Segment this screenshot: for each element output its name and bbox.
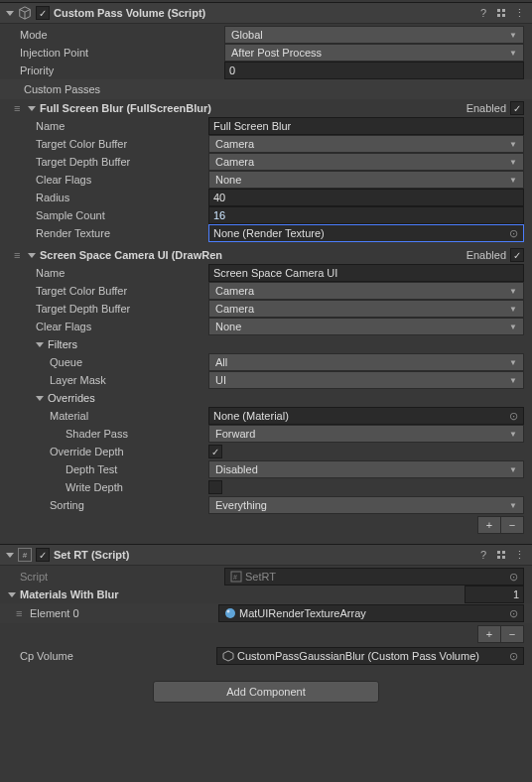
add-button[interactable]: +	[477, 516, 501, 534]
objectfield-script: # SetRT ⊙	[224, 568, 524, 586]
dropdown-depthtest[interactable]: Disabled▼	[208, 460, 524, 478]
remove-button[interactable]: −	[500, 625, 524, 643]
object-picker-icon[interactable]: ⊙	[505, 409, 521, 423]
svg-text:#: #	[233, 574, 237, 581]
dropdown-injection[interactable]: After Post Process▼	[224, 44, 524, 62]
object-picker-icon[interactable]: ⊙	[505, 570, 521, 584]
label: Sorting	[20, 499, 208, 511]
row-p2-tdb: Target Depth Buffer Camera▼	[0, 300, 532, 318]
drag-handle-icon[interactable]: ≡	[16, 607, 30, 619]
row-p2-queue: Queue All▼	[0, 353, 532, 371]
dropdown-tdb[interactable]: Camera▼	[208, 300, 524, 318]
label: Write Depth	[20, 481, 208, 493]
objectfield-rendertexture[interactable]: None (Render Texture) ⊙	[208, 224, 524, 242]
objectfield-element0[interactable]: MatUIRenderTextureArray ⊙	[218, 604, 524, 622]
foldout-overrides[interactable]: Overrides	[0, 389, 532, 407]
foldout-icon[interactable]	[4, 11, 16, 16]
enabled-checkbox[interactable]	[510, 101, 524, 115]
enable-checkbox[interactable]	[36, 548, 50, 562]
component-header-custom-pass[interactable]: Custom Pass Volume (Script)	[0, 2, 532, 24]
dropdown-layermask[interactable]: UI▼	[208, 371, 524, 389]
label: Target Depth Buffer	[20, 303, 208, 315]
label: Sample Count	[20, 209, 208, 221]
add-component-button[interactable]: Add Component	[153, 681, 379, 703]
row-p2-tcb: Target Color Buffer Camera▼	[0, 282, 532, 300]
remove-button[interactable]: −	[500, 516, 524, 534]
svg-rect-4	[497, 551, 500, 554]
dropdown-cf[interactable]: None▼	[208, 171, 524, 189]
checkbox-overridedepth[interactable]	[208, 445, 222, 458]
component-ref-icon	[221, 649, 235, 663]
label-materials: Materials With Blur	[20, 588, 465, 600]
foldout-filters[interactable]: Filters	[0, 335, 532, 353]
dropdown-tcb[interactable]: Camera▼	[208, 135, 524, 153]
input-samples[interactable]: 16	[208, 206, 524, 224]
label-mode: Mode	[20, 29, 224, 41]
enable-checkbox[interactable]	[36, 6, 50, 20]
object-picker-icon[interactable]: ⊙	[505, 606, 521, 620]
dropdown-tcb[interactable]: Camera▼	[208, 282, 524, 300]
row-p2-cf: Clear Flags None▼	[0, 318, 532, 335]
enabled-checkbox[interactable]	[510, 248, 524, 262]
drag-handle-icon[interactable]: ≡	[14, 102, 28, 114]
drag-handle-icon[interactable]: ≡	[14, 249, 28, 261]
object-picker-icon[interactable]: ⊙	[505, 649, 521, 663]
label: Override Depth	[20, 446, 208, 457]
svg-rect-7	[502, 556, 505, 559]
objectfield-cpvolume[interactable]: CustomPassGaussianBlur (Custom Pass Volu…	[216, 647, 524, 665]
pass-header-fullscreenblur: ≡ Full Screen Blur (FullScreenBlur) Enab…	[0, 99, 532, 117]
input-name[interactable]: Screen Space Camera UI	[208, 264, 524, 282]
foldout-materials[interactable]: Materials With Blur 1	[0, 586, 532, 603]
foldout-icon[interactable]	[4, 553, 16, 558]
row-p2-material: Material None (Material) ⊙	[0, 407, 532, 425]
label-cpvolume: Cp Volume	[20, 650, 216, 662]
object-picker-icon[interactable]: ⊙	[505, 226, 521, 240]
label-injection: Injection Point	[20, 47, 224, 59]
input-radius[interactable]: 40	[208, 189, 524, 206]
component-header-setrt[interactable]: # Set RT (Script)	[0, 544, 532, 566]
preset-icon[interactable]	[492, 547, 510, 563]
dropdown-mode[interactable]: Global▼	[224, 26, 524, 44]
component-title: Custom Pass Volume (Script)	[54, 7, 474, 19]
material-icon	[223, 606, 237, 620]
dropdown-cf[interactable]: None▼	[208, 318, 524, 335]
component-body-custom-pass: Mode Global▼ Injection Point After Post …	[0, 24, 532, 544]
label: Clear Flags	[20, 174, 208, 186]
svg-point-11	[227, 610, 230, 613]
input-priority[interactable]: 0	[224, 62, 524, 79]
preset-icon[interactable]	[492, 5, 510, 21]
add-button[interactable]: +	[477, 625, 501, 643]
row-p2-writedepth: Write Depth	[0, 478, 532, 496]
row-p1-cf: Clear Flags None▼	[0, 171, 532, 189]
dropdown-sorting[interactable]: Everything▼	[208, 496, 524, 514]
dropdown-queue[interactable]: All▼	[208, 353, 524, 371]
help-icon[interactable]	[474, 547, 492, 563]
dropdown-shaderpass[interactable]: Forward▼	[208, 425, 524, 443]
row-p2-name: Name Screen Space Camera UI	[0, 264, 532, 282]
input-name[interactable]: Full Screen Blur	[208, 117, 524, 135]
label: Queue	[20, 356, 208, 368]
row-p2-layermask: Layer Mask UI▼	[0, 371, 532, 389]
help-icon[interactable]	[474, 5, 492, 21]
row-script: Script # SetRT ⊙	[0, 568, 532, 586]
row-p2-shaderpass: Shader Pass Forward▼	[0, 425, 532, 443]
row-p1-radius: Radius 40	[0, 189, 532, 206]
label-filters: Filters	[48, 338, 524, 350]
foldout-icon[interactable]	[28, 253, 40, 258]
context-menu-icon[interactable]	[510, 5, 528, 21]
label-element0: Element 0	[30, 607, 218, 619]
input-materials-count[interactable]: 1	[465, 586, 524, 603]
dropdown-tdb[interactable]: Camera▼	[208, 153, 524, 171]
label-priority: Priority	[20, 65, 224, 76]
svg-rect-3	[502, 14, 505, 17]
checkbox-writedepth[interactable]	[208, 480, 222, 494]
foldout-icon[interactable]	[28, 106, 40, 111]
section-custom-passes: Custom Passes	[0, 79, 532, 99]
row-injection: Injection Point After Post Process▼	[0, 44, 532, 62]
label: Depth Test	[20, 463, 208, 475]
context-menu-icon[interactable]	[510, 547, 528, 563]
label: Radius	[20, 192, 208, 203]
objectfield-material[interactable]: None (Material) ⊙	[208, 407, 524, 425]
svg-point-10	[225, 608, 235, 618]
row-p1-samples: Sample Count 16	[0, 206, 532, 224]
